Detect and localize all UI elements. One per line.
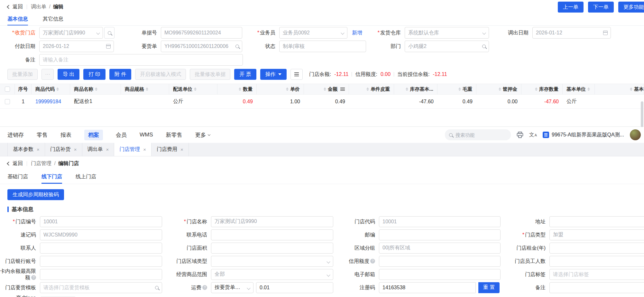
sort-icon[interactable] — [458, 88, 461, 91]
pay-date-input[interactable] — [39, 41, 114, 52]
sort-icon[interactable] — [324, 88, 326, 91]
generate-sync-code-button[interactable]: 生成同步周期校验码 — [7, 189, 64, 200]
phone-input[interactable] — [211, 229, 333, 240]
doc-tab-transfer-order[interactable]: 调出单× — [82, 143, 115, 156]
batch-edit-button[interactable]: 批量修改单据 — [190, 69, 230, 80]
store-tags-input[interactable] — [549, 269, 644, 280]
print-button[interactable]: 打 印 — [83, 69, 105, 80]
sort-icon[interactable] — [146, 88, 148, 91]
function-search-input[interactable] — [455, 132, 501, 138]
address-input[interactable] — [549, 216, 644, 227]
rent-input[interactable] — [549, 243, 644, 254]
dept-input[interactable] — [405, 41, 489, 52]
reg-code-input[interactable] — [379, 282, 476, 293]
store-type-input[interactable] — [549, 229, 644, 240]
nav-item-more[interactable]: 更多 — [195, 131, 210, 139]
doc-tab-store-expense[interactable]: 门店费用× — [152, 143, 189, 156]
scrollbar[interactable] — [641, 101, 643, 127]
tab-basic-store[interactable]: 基础门店 — [7, 171, 28, 184]
avatar[interactable] — [630, 129, 641, 140]
more-functions-button[interactable]: 更多功能 — [618, 2, 644, 13]
note-input[interactable] — [549, 282, 644, 293]
close-icon[interactable]: × — [180, 147, 183, 152]
store-code-input[interactable] — [379, 216, 501, 227]
salesman-select[interactable]: 业务员0092 — [279, 27, 347, 39]
batch-add-button[interactable]: 批量添加 — [7, 69, 38, 80]
store-area-input[interactable] — [211, 243, 333, 254]
action-dropdown-button[interactable]: 操作 — [260, 69, 287, 80]
region-type-select[interactable] — [211, 256, 333, 267]
region-group-input[interactable] — [379, 243, 501, 254]
credit-limit-input[interactable] — [379, 256, 501, 267]
zip-input[interactable] — [379, 229, 501, 240]
cell-product-code-link[interactable]: 199999184 — [35, 99, 61, 105]
doc-tab-basic-params[interactable]: 基本参数× — [7, 143, 45, 156]
receiver-store-select[interactable]: 万家测试门店9990 — [39, 27, 103, 39]
receiver-store-search-button[interactable] — [104, 27, 115, 39]
sort-icon[interactable] — [499, 88, 501, 91]
short-code-input[interactable] — [40, 229, 162, 240]
row-checkbox[interactable] — [5, 99, 10, 104]
nav-item-wms[interactable]: WMS — [140, 132, 153, 138]
sort-icon[interactable] — [95, 88, 97, 91]
close-icon[interactable]: × — [106, 147, 109, 152]
company-switcher[interactable]: 99675-A组新界面果蔬版QA测... — [543, 132, 624, 138]
close-icon[interactable]: × — [143, 147, 146, 152]
sort-icon[interactable] — [194, 88, 197, 91]
out-date-input[interactable] — [532, 27, 611, 39]
request-template-input[interactable] — [40, 282, 162, 293]
table-row[interactable]: 1 199999184 配送价1 公斤 0.49 1.00 0.49 -47.6… — [0, 95, 644, 109]
contact-input[interactable] — [40, 243, 162, 254]
tab-basic-info[interactable]: 基本信息 — [7, 14, 28, 25]
doc-no-input[interactable] — [161, 27, 242, 39]
export-button[interactable]: 导 出 — [58, 69, 79, 80]
sort-icon[interactable] — [587, 88, 590, 91]
nav-item-purchase-sale-stock[interactable]: 进销存 — [7, 131, 24, 139]
prev-order-button[interactable]: 上一单 — [558, 2, 584, 13]
freight-value-input[interactable] — [256, 282, 333, 293]
sort-icon[interactable] — [239, 88, 241, 91]
bank-account-input[interactable] — [40, 256, 162, 267]
breadcrumb-section[interactable]: 门店管理 — [31, 161, 51, 166]
status-input[interactable] — [279, 41, 366, 52]
printer-button[interactable] — [517, 132, 523, 138]
toolbar-more-button[interactable]: ··· — [41, 69, 54, 80]
sort-icon[interactable] — [286, 88, 289, 91]
nav-item-reports[interactable]: 报表 — [60, 131, 71, 139]
tab-other-info[interactable]: 其它信息 — [43, 14, 63, 25]
nav-item-archives[interactable]: 档案 — [84, 130, 103, 140]
select-all-checkbox[interactable] — [5, 87, 10, 92]
sort-icon[interactable] — [535, 88, 538, 91]
doc-tab-store-replenish[interactable]: 门店补货× — [45, 143, 82, 156]
sort-icon[interactable] — [630, 88, 632, 91]
card-limit-input[interactable] — [40, 269, 162, 280]
invoice-button[interactable]: 开 票 — [234, 69, 256, 80]
nav-item-members[interactable]: 会员 — [116, 131, 127, 139]
sort-icon[interactable] — [406, 88, 408, 91]
next-order-button[interactable]: 下一单 — [588, 2, 614, 13]
store-no-input[interactable] — [40, 216, 162, 227]
nav-item-retail[interactable]: 零售 — [37, 131, 48, 139]
doc-tab-store-management[interactable]: 门店管理× — [114, 143, 152, 156]
language-button[interactable]: 文A — [529, 132, 537, 138]
email-input[interactable] — [379, 269, 501, 280]
sort-icon[interactable] — [366, 88, 369, 91]
nav-item-new-retail[interactable]: 新零售 — [166, 131, 182, 139]
column-settings-button[interactable] — [290, 69, 303, 80]
back-link[interactable]: 返回 — [7, 4, 23, 10]
freight-mode-select[interactable]: 按要货单调出... — [211, 282, 253, 293]
breadcrumb-section[interactable]: 调出单 — [31, 4, 46, 9]
remark-input[interactable] — [39, 54, 243, 66]
staff-count-input[interactable] — [549, 256, 644, 267]
close-icon[interactable]: × — [37, 147, 40, 152]
close-icon[interactable]: × — [74, 147, 77, 152]
back-link[interactable]: 返回 — [7, 160, 23, 167]
tab-online-store[interactable]: 线上门店 — [76, 171, 96, 184]
tab-offline-store[interactable]: 线下门店 — [41, 171, 62, 184]
request-no-input[interactable] — [161, 41, 242, 52]
speed-input-mode-button[interactable]: 开启极速输入模式 — [135, 69, 186, 80]
reg-code-reset-button[interactable]: 重 置 — [478, 282, 500, 293]
function-search[interactable] — [445, 129, 511, 140]
column-filter-icon[interactable] — [340, 88, 345, 91]
attachment-button[interactable]: 附 件 — [109, 69, 131, 80]
